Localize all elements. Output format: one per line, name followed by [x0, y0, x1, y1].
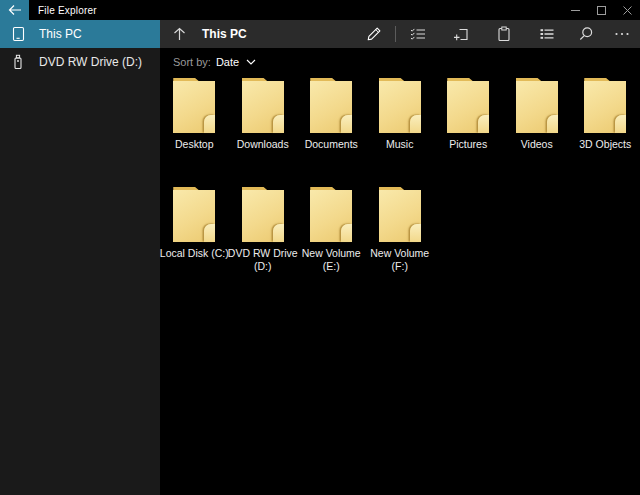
minimize-button[interactable] [562, 0, 588, 20]
close-icon [623, 6, 632, 15]
command-bar-actions [352, 20, 640, 48]
command-bar-left: This PC [160, 20, 247, 48]
folder-label: DVD RW Drive (D:) [225, 247, 301, 273]
new-folder-button[interactable] [439, 20, 482, 48]
folder-label: Pictures [430, 138, 506, 151]
folder-icon [242, 78, 284, 133]
folder-icon [173, 78, 215, 133]
file-explorer-window: { "window": { "title": "File Explorer", … [0, 0, 640, 495]
folder-item-new-volume-f[interactable]: New Volume (F:) [366, 187, 435, 273]
search-button[interactable] [568, 20, 604, 48]
folder-label: New Volume (E:) [293, 247, 369, 273]
folder-icon [242, 187, 284, 242]
back-button[interactable] [0, 0, 29, 20]
list-view-icon [539, 26, 555, 42]
clipboard-icon [496, 26, 512, 42]
multi-select-icon [410, 26, 426, 42]
location-title: This PC [202, 27, 247, 41]
folder-label: Desktop [156, 138, 232, 151]
maximize-button[interactable] [588, 0, 614, 20]
sort-value: Date [216, 56, 239, 68]
folder-label: Downloads [225, 138, 301, 151]
search-icon [578, 26, 594, 42]
close-button[interactable] [614, 0, 640, 20]
window-controls [562, 0, 640, 20]
pc-icon [10, 26, 26, 42]
folder-label: Music [362, 138, 438, 151]
folder-item-new-volume-e[interactable]: New Volume (E:) [297, 187, 366, 273]
new-folder-icon [453, 26, 469, 42]
sort-dropdown[interactable]: Date [216, 56, 256, 68]
folder-icon [379, 78, 421, 133]
sort-row: Sort by: Date [160, 48, 640, 76]
up-arrow-icon [173, 27, 186, 41]
rename-button[interactable] [352, 20, 395, 48]
folder-label: Documents [293, 138, 369, 151]
folder-label: 3D Objects [567, 138, 640, 151]
sidebar: This PC DVD RW Drive (D:) [0, 20, 160, 495]
folder-item-local-disk-c[interactable]: Local Disk (C:) [160, 187, 229, 273]
folder-label: Videos [499, 138, 575, 151]
up-button[interactable] [169, 20, 189, 48]
minimize-icon [571, 6, 580, 15]
multi-select-button[interactable] [396, 20, 439, 48]
sidebar-item-this-pc[interactable]: This PC [0, 20, 160, 48]
paste-button[interactable] [482, 20, 525, 48]
sort-label: Sort by: [173, 56, 211, 68]
folder-icon [310, 78, 352, 133]
folder-label: New Volume (F:) [362, 247, 438, 273]
sidebar-item-dvd-drive[interactable]: DVD RW Drive (D:) [0, 48, 160, 76]
folder-icon [447, 78, 489, 133]
maximize-icon [597, 6, 606, 15]
folder-item-music[interactable]: Music [366, 78, 435, 151]
folder-grid-row-1: Desktop Downloads Documents Music Pictur… [160, 78, 640, 151]
folder-icon [584, 78, 626, 133]
folder-label: Local Disk (C:) [156, 247, 232, 260]
chevron-down-icon [239, 59, 256, 65]
main-content: This PC [160, 20, 640, 495]
pencil-icon [366, 26, 382, 42]
ellipsis-icon [614, 26, 630, 42]
folder-grid-row-2: Local Disk (C:) DVD RW Drive (D:) New Vo… [160, 187, 640, 273]
list-view-button[interactable] [525, 20, 568, 48]
window-title: File Explorer [38, 5, 97, 16]
command-bar: This PC [160, 20, 640, 48]
folder-item-3d-objects[interactable]: 3D Objects [571, 78, 640, 151]
folder-item-downloads[interactable]: Downloads [229, 78, 298, 151]
folder-item-videos[interactable]: Videos [503, 78, 572, 151]
more-button[interactable] [604, 20, 640, 48]
folder-icon [173, 187, 215, 242]
folder-item-dvd-rw-drive-d[interactable]: DVD RW Drive (D:) [229, 187, 298, 273]
back-arrow-icon [8, 4, 22, 16]
sidebar-item-label: This PC [39, 27, 82, 41]
folder-icon [310, 187, 352, 242]
folder-icon [379, 187, 421, 242]
drive-icon [10, 54, 26, 70]
folder-item-desktop[interactable]: Desktop [160, 78, 229, 151]
titlebar: File Explorer [0, 0, 640, 20]
sidebar-item-label: DVD RW Drive (D:) [39, 55, 142, 69]
folder-icon [516, 78, 558, 133]
folder-item-documents[interactable]: Documents [297, 78, 366, 151]
folder-item-pictures[interactable]: Pictures [434, 78, 503, 151]
